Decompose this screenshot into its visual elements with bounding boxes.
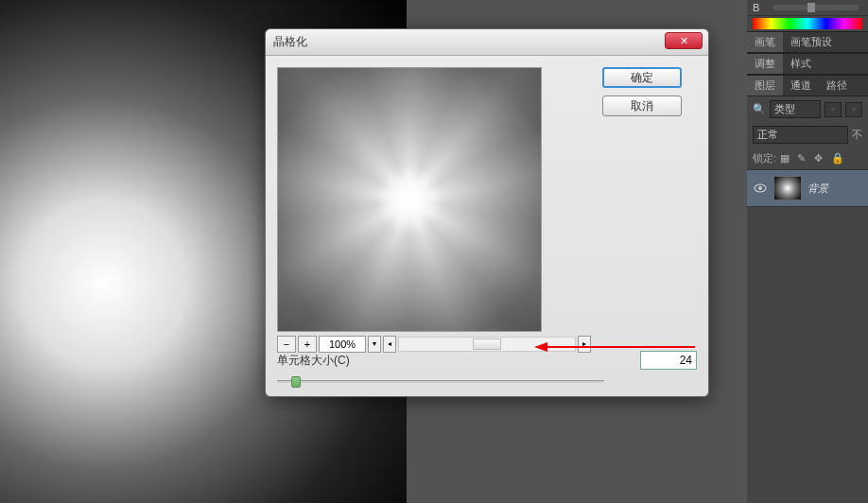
type-filter-select[interactable]: 类型 [770, 100, 821, 118]
tab-adjust[interactable]: 调整 [747, 54, 783, 74]
lock-label: 锁定: [753, 151, 776, 165]
dialog-buttons: 确定 取消 [602, 67, 697, 353]
preview-horizontal-scrollbar[interactable] [398, 337, 576, 352]
tab-brush[interactable]: 画笔 [747, 32, 783, 52]
lock-move-icon[interactable]: ✥ [814, 152, 827, 165]
crystal-effect-overlay [278, 68, 541, 331]
cell-size-input[interactable] [640, 351, 697, 370]
close-button[interactable]: ✕ [665, 32, 703, 49]
dialog-body: ▴ − + 100% ▾ ◂ ▸ 确定 取消 [266, 56, 708, 364]
color-b-row[interactable]: B [747, 0, 868, 16]
preview-area: ▴ − + 100% ▾ ◂ ▸ [277, 67, 591, 353]
lock-pixel-icon[interactable]: ▦ [780, 152, 793, 165]
cell-size-row: 单元格大小(C) [277, 351, 697, 370]
layer-name: 背景 [807, 182, 828, 196]
layer-thumbnail [773, 176, 802, 200]
slider-handle[interactable] [291, 376, 301, 388]
lock-brush-icon[interactable]: ✎ [797, 152, 810, 165]
tab-channel[interactable]: 通道 [783, 76, 819, 95]
panel-tabs-adjust: 调整 样式 [747, 53, 868, 75]
search-icon: 🔍 [753, 103, 766, 115]
ok-button[interactable]: 确定 [602, 67, 682, 88]
preview-image [278, 68, 541, 331]
svg-point-1 [758, 186, 762, 190]
tab-path[interactable]: 路径 [819, 76, 855, 95]
dialog-title: 晶格化 [273, 34, 307, 50]
dialog-title-bar[interactable]: 晶格化 ✕ [266, 29, 708, 56]
blend-mode-row: 正常 不 [747, 122, 868, 147]
layer-item-background[interactable]: 背景 [747, 169, 868, 207]
tab-style[interactable]: 样式 [783, 54, 819, 74]
blend-mode-select[interactable]: 正常 [753, 126, 848, 144]
cancel-button[interactable]: 取消 [602, 95, 682, 116]
panel-tabs-brush: 画笔 画笔预设 [747, 31, 868, 53]
layer-filter-row: 🔍 类型 ▫ ▫ [747, 96, 868, 122]
filter-btn-2[interactable]: ▫ [845, 102, 862, 117]
b-slider[interactable] [773, 5, 859, 10]
lock-row: 锁定: ▦ ✎ ✥ 🔒 [747, 147, 868, 169]
right-panel: B 画笔 画笔预设 调整 样式 图层 通道 路径 🔍 类型 ▫ ▫ 正常 不 锁… [747, 0, 868, 503]
visibility-eye-icon[interactable] [753, 181, 768, 196]
preview-box[interactable]: ▴ [277, 67, 542, 332]
filter-btn-1[interactable]: ▫ [825, 102, 842, 117]
tab-brush-preset[interactable]: 画笔预设 [783, 32, 840, 52]
cell-size-label: 单元格大小(C) [277, 353, 640, 369]
color-spectrum[interactable] [753, 18, 862, 29]
crystallize-dialog: 晶格化 ✕ ▴ − + 100% ▾ ◂ [265, 28, 709, 397]
tab-layer[interactable]: 图层 [747, 76, 783, 95]
scroll-thumb-h[interactable] [473, 338, 501, 350]
opacity-hint: 不 [852, 128, 862, 142]
lock-all-icon[interactable]: 🔒 [831, 152, 844, 165]
b-label: B [753, 2, 770, 13]
panel-tabs-layer: 图层 通道 路径 [747, 75, 868, 96]
cell-size-slider[interactable] [277, 380, 604, 383]
